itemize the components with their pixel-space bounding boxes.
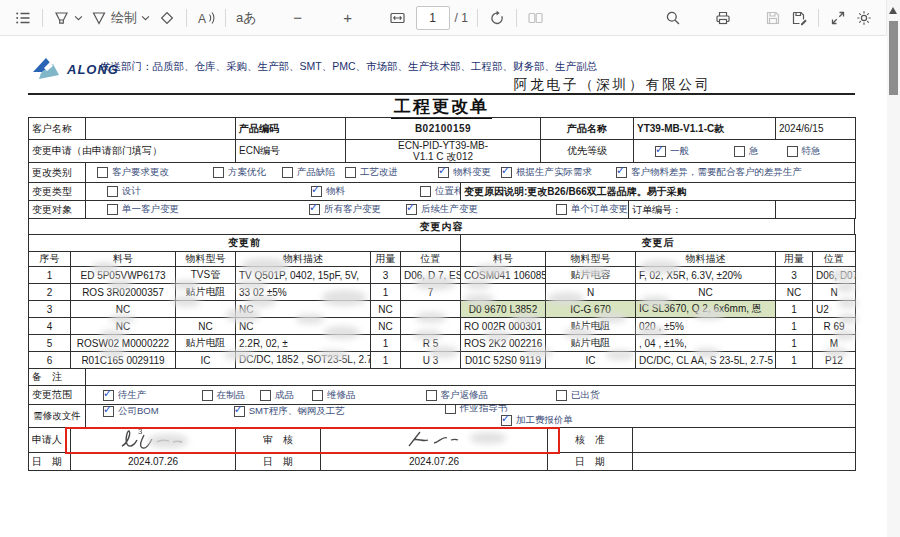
- read-aloud-icon: A: [197, 10, 215, 26]
- applicant-label: 申请人: [29, 428, 71, 453]
- checkbox-icon: [787, 146, 798, 157]
- checkbox-customer-material-diff[interactable]: 客户物料差异，需要配合客户的差异生产: [616, 166, 802, 179]
- change-type-label: 变更类型: [29, 183, 86, 201]
- settings-button[interactable]: [851, 4, 877, 32]
- checkbox-solution-optimize[interactable]: 方案优化: [213, 166, 266, 179]
- checkbox-priority-urgent[interactable]: 急: [734, 145, 759, 158]
- page-count-label: / 1: [455, 11, 468, 25]
- fit-width-button[interactable]: [385, 4, 411, 32]
- checkbox-icon: [309, 204, 320, 215]
- highlighter-button[interactable]: [49, 4, 87, 32]
- checkbox-material[interactable]: 物料: [311, 185, 345, 198]
- checkbox-repair-goods[interactable]: 维修品: [312, 389, 356, 402]
- page-input[interactable]: [416, 6, 450, 30]
- checkbox-production-need[interactable]: 根据生产实际需求: [501, 166, 592, 179]
- rotate-icon: [489, 10, 505, 26]
- checkbox-smt-program[interactable]: SMT程序、钢网及工艺: [234, 405, 345, 418]
- checkbox-all-customers[interactable]: 所有客户变更: [309, 203, 381, 216]
- fullscreen-icon: [830, 10, 846, 26]
- review-signature: [321, 428, 548, 453]
- checkbox-icon: [345, 167, 356, 178]
- toc-button[interactable]: [10, 4, 36, 32]
- scrollbar[interactable]: [886, 0, 900, 537]
- checkbox-icon: [616, 167, 627, 178]
- draw-button-label: 绘制: [111, 9, 137, 27]
- page-view-button: [523, 4, 549, 32]
- save-as-button[interactable]: [786, 4, 812, 32]
- checkbox-customer-request[interactable]: 客户要求更改: [97, 166, 169, 179]
- approve-date-label: 日 期: [548, 453, 633, 471]
- checkbox-icon: [282, 167, 293, 178]
- change-type-options: 设计 物料 位置和用量: [86, 183, 461, 201]
- zoom-in-button[interactable]: +: [335, 4, 361, 32]
- checkbox-process-improve[interactable]: 工艺改进: [345, 166, 398, 179]
- checkbox-icon: [234, 406, 245, 417]
- checkbox-priority-extra-urgent[interactable]: 特急: [787, 145, 821, 158]
- rotate-button[interactable]: [484, 4, 510, 32]
- fullscreen-button[interactable]: [825, 4, 851, 32]
- scroll-up-arrow-icon[interactable]: [889, 7, 897, 14]
- checkbox-finished-goods[interactable]: 成品: [260, 389, 294, 402]
- change-items-table: 序号 料号 物料型号 物料描述 用量 位置 料号 物料型号 物料描述 用量 位置…: [28, 251, 856, 369]
- checkbox-position-qty[interactable]: 位置和用量: [420, 185, 461, 198]
- search-button[interactable]: [660, 4, 686, 32]
- approve-label: 核 准: [548, 428, 633, 453]
- applicant-signature: 3: [71, 428, 236, 453]
- form-date: 2024/6/15: [776, 118, 856, 140]
- col-header: 料号: [461, 252, 546, 267]
- eraser-button[interactable]: [154, 4, 180, 32]
- checkbox-design[interactable]: 设计: [107, 185, 141, 198]
- review-label: 审 核: [236, 428, 321, 453]
- checkbox-icon: [420, 186, 431, 197]
- col-header: 用量: [776, 252, 813, 267]
- checkbox-icon: [501, 415, 512, 426]
- checkbox-follow-up-production[interactable]: 后续生产变更: [406, 203, 478, 216]
- scrollbar-thumb[interactable]: [889, 21, 898, 95]
- read-aloud-button[interactable]: A: [193, 4, 219, 32]
- checkbox-work-instruction[interactable]: 作业指导书: [445, 405, 508, 416]
- col-header: 位置: [401, 252, 461, 267]
- checkbox-processing-quote[interactable]: 加工费报价单: [501, 414, 573, 427]
- print-button[interactable]: [710, 4, 736, 32]
- change-apply-label: 变更申请（由申请部门填写）: [29, 140, 236, 163]
- minus-icon: −: [293, 10, 302, 25]
- checkbox-product-defect[interactable]: 产品缺陷: [282, 166, 335, 179]
- table-row: 4 NC NC NC NC RO 002R 000301 贴片电阻 020 , …: [29, 318, 856, 335]
- checkbox-shipped[interactable]: 已出货: [556, 389, 600, 402]
- change-category-options: 客户要求更改 方案优化 产品缺陷 工艺改进 物料变更 根据生产实际需求 客户物料…: [86, 163, 856, 183]
- toolbar-divider: [477, 9, 478, 27]
- pdf-toolbar: 绘制 A aあ − + / 1: [0, 0, 887, 36]
- checkbox-company-bom[interactable]: 公司BOM: [103, 405, 159, 418]
- print-icon: [715, 10, 731, 26]
- chevron-down-icon: [141, 15, 150, 21]
- checkbox-in-process[interactable]: 在制品: [202, 389, 246, 402]
- text-options-label: aあ: [236, 11, 257, 24]
- checkbox-icon: [107, 204, 118, 215]
- table-row: 1 ED 5P05VWP6173 TVS管 TV Q501P, 0402, 15…: [29, 267, 856, 284]
- approve-signature: [633, 428, 856, 453]
- change-scope-options: 待生产 在制品 成品 维修品 客户返修品 已出货: [86, 386, 856, 405]
- draw-pen-icon: [91, 10, 107, 26]
- checkbox-material-change[interactable]: 物料变更: [438, 166, 491, 179]
- checkbox-to-produce[interactable]: 待生产: [103, 389, 147, 402]
- checkbox-customer-returned[interactable]: 客户返修品: [426, 389, 489, 402]
- toc-icon: [15, 10, 31, 26]
- draw-button[interactable]: 绘制: [87, 4, 154, 32]
- checkbox-icon: [213, 167, 224, 178]
- col-header: 位置: [813, 252, 856, 267]
- highlighter-icon: [53, 10, 70, 26]
- files-to-modify-label: 需修改文件: [29, 405, 86, 428]
- checkbox-icon: [734, 146, 745, 157]
- change-scope-label: 变更范围: [29, 386, 86, 405]
- checkbox-icon: [103, 390, 114, 401]
- checkbox-single-order[interactable]: 单个订单变更: [556, 203, 628, 216]
- text-options-button[interactable]: aあ: [232, 4, 261, 32]
- pdf-viewer: 绘制 A aあ − + / 1: [0, 0, 900, 537]
- gear-icon: [856, 10, 872, 26]
- table-row: 5 ROSW02 M0000222 贴片电阻 2.2R, 02, ± 1 R 5…: [29, 335, 856, 352]
- col-header: 物料描述: [236, 252, 371, 267]
- checkbox-priority-normal[interactable]: 一般: [655, 145, 689, 158]
- toolbar-right-group: [660, 4, 877, 32]
- checkbox-single-customer[interactable]: 单一客户变更: [107, 203, 179, 216]
- zoom-out-button[interactable]: −: [285, 4, 311, 32]
